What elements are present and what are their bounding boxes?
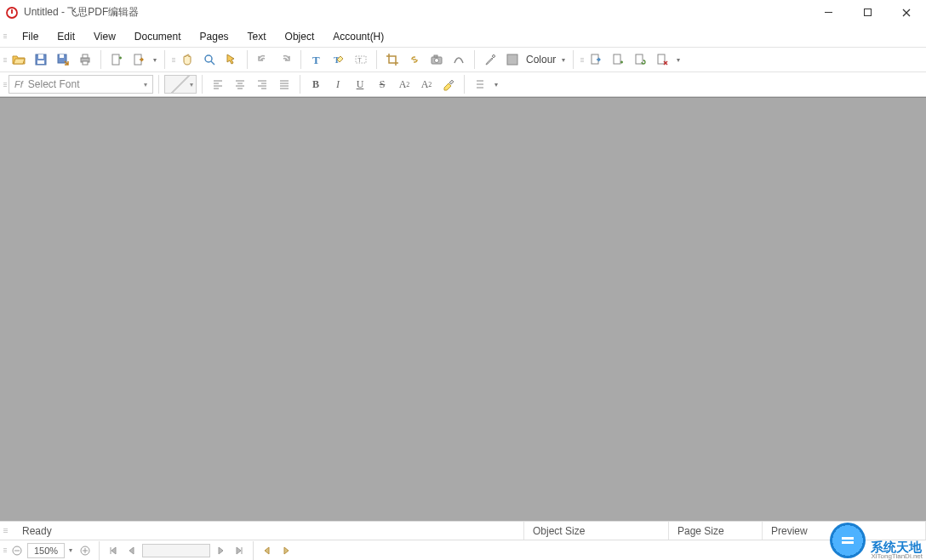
toolbar-grip[interactable] xyxy=(3,58,7,62)
zoom-out-button[interactable] xyxy=(9,542,26,559)
svg-rect-12 xyxy=(83,61,88,65)
redo-button[interactable] xyxy=(275,49,295,70)
align-right-button[interactable] xyxy=(252,74,272,94)
status-page-size: Page Size xyxy=(669,522,763,540)
menubar-grip[interactable] xyxy=(3,34,9,38)
svg-point-55 xyxy=(837,530,858,551)
text-tool-button[interactable]: T xyxy=(306,49,327,70)
svg-rect-24 xyxy=(507,54,517,65)
status-grip[interactable] xyxy=(3,529,10,533)
toolbar-separator xyxy=(202,75,203,94)
undo-button[interactable] xyxy=(253,49,273,70)
nav-separator xyxy=(99,541,100,560)
page-delete-button[interactable] xyxy=(652,49,672,70)
svg-rect-9 xyxy=(60,54,64,58)
svg-text:T: T xyxy=(312,54,320,66)
watermark: 系统天地 XiTongTianDi.net xyxy=(830,540,923,560)
text-box-button[interactable]: T xyxy=(351,49,371,70)
colour-swatch-button[interactable] xyxy=(502,49,523,70)
text-colour-swatch[interactable]: ▾ xyxy=(164,75,197,94)
menu-file[interactable]: File xyxy=(14,27,47,46)
snapshot-button[interactable] xyxy=(426,49,447,70)
prev-page-button[interactable] xyxy=(123,542,140,559)
subscript-button[interactable]: A2 xyxy=(416,74,437,94)
zoom-in-button[interactable] xyxy=(77,542,94,559)
status-bar: Ready Object Size Page Size Preview xyxy=(0,521,926,540)
toolbar-separator xyxy=(300,50,301,69)
highlight-button[interactable] xyxy=(438,74,459,94)
menu-view[interactable]: View xyxy=(85,27,124,46)
minimize-button[interactable] xyxy=(809,0,848,25)
last-page-button[interactable] xyxy=(231,542,248,559)
toolbar-grip[interactable] xyxy=(580,58,584,62)
bold-button[interactable]: B xyxy=(306,74,326,94)
link-button[interactable] xyxy=(404,49,425,70)
svg-point-22 xyxy=(435,59,439,63)
menu-account[interactable]: Account(H) xyxy=(324,27,392,46)
page-insert-button[interactable] xyxy=(608,49,628,70)
zoom-value[interactable]: 150% xyxy=(27,543,65,558)
colour-label: Colour xyxy=(524,54,557,66)
menu-document[interactable]: Document xyxy=(126,27,190,46)
history-forward-button[interactable] xyxy=(277,542,294,559)
svg-rect-2 xyxy=(864,9,871,16)
zoom-dropdown[interactable]: ▾ xyxy=(66,546,75,554)
save-button[interactable] xyxy=(31,49,51,70)
maximize-button[interactable] xyxy=(848,0,887,25)
align-left-button[interactable] xyxy=(208,74,228,94)
line-spacing-button[interactable] xyxy=(470,74,490,94)
svg-line-16 xyxy=(211,61,214,65)
page-ops-dropdown[interactable]: ▾ xyxy=(674,56,683,64)
colour-dropdown[interactable]: ▾ xyxy=(559,56,568,64)
crop-button[interactable] xyxy=(382,49,403,70)
app-icon xyxy=(5,6,19,20)
print-button[interactable] xyxy=(75,49,95,70)
toolbar-separator xyxy=(164,50,165,69)
document-canvas[interactable] xyxy=(0,97,926,521)
chevron-down-icon: ▾ xyxy=(144,81,147,89)
nav-grip[interactable] xyxy=(3,548,7,552)
toolbar-separator xyxy=(100,50,101,69)
zoom-tool-button[interactable] xyxy=(199,49,220,70)
svg-rect-7 xyxy=(37,60,44,64)
svg-rect-28 xyxy=(658,54,665,64)
superscript-button[interactable]: A2 xyxy=(394,74,414,94)
toolbar-separator xyxy=(247,50,248,69)
export-page-button[interactable] xyxy=(129,49,149,70)
page-extract-button[interactable] xyxy=(586,49,606,70)
page-refresh-button[interactable] xyxy=(630,49,650,70)
save-as-button[interactable] xyxy=(53,49,73,70)
status-ready: Ready xyxy=(14,522,524,540)
toolbar-separator xyxy=(474,50,475,69)
align-justify-button[interactable] xyxy=(274,74,294,94)
eyedropper-button[interactable] xyxy=(480,49,500,70)
close-button[interactable] xyxy=(887,0,926,25)
next-page-button[interactable] xyxy=(212,542,229,559)
menu-object[interactable]: Object xyxy=(277,27,323,46)
line-spacing-dropdown[interactable]: ▾ xyxy=(492,81,500,89)
toolbar-separator xyxy=(573,50,574,69)
text-edit-button[interactable]: T xyxy=(329,49,349,70)
hand-tool-button[interactable] xyxy=(177,49,197,70)
underline-button[interactable]: U xyxy=(350,74,370,94)
menubar: File Edit View Document Pages Text Objec… xyxy=(0,26,926,48)
page-number-field[interactable] xyxy=(142,544,210,557)
svg-rect-13 xyxy=(112,54,119,65)
toolbar-grip[interactable] xyxy=(172,58,175,62)
align-center-button[interactable] xyxy=(230,74,250,94)
font-selector[interactable]: Ff Select Font ▾ xyxy=(9,75,153,94)
shape-button[interactable] xyxy=(449,49,469,70)
menu-text[interactable]: Text xyxy=(239,27,275,46)
pointer-tool-button[interactable] xyxy=(221,49,242,70)
toolbar-grip[interactable] xyxy=(3,83,7,87)
history-back-button[interactable] xyxy=(259,542,276,559)
new-page-button[interactable] xyxy=(106,49,127,70)
export-dropdown[interactable]: ▾ xyxy=(151,56,159,64)
strikethrough-button[interactable]: S xyxy=(372,74,392,94)
toolbar-main: ▾ T T T Colour ▾ ▾ xyxy=(0,48,926,72)
menu-edit[interactable]: Edit xyxy=(49,27,83,46)
first-page-button[interactable] xyxy=(105,542,122,559)
italic-button[interactable]: I xyxy=(328,74,348,94)
open-button[interactable] xyxy=(9,49,29,70)
menu-pages[interactable]: Pages xyxy=(191,27,237,46)
